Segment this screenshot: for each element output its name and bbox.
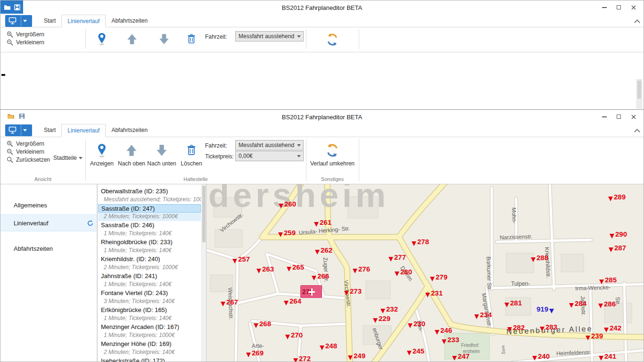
delete-stop-button[interactable]: Löschen — [178, 140, 205, 167]
maximize-button[interactable] — [611, 112, 626, 122]
minimize-button[interactable] — [597, 112, 611, 122]
move-up-button[interactable] — [124, 31, 140, 47]
map-stop-marker-247[interactable]: 247 — [452, 353, 470, 361]
reverse-route-button[interactable]: Verlauf umkehren — [307, 140, 358, 167]
close-button[interactable] — [626, 112, 641, 122]
app-menu-dropdown[interactable] — [21, 124, 29, 136]
zoom-out-button[interactable]: Verkleinern — [7, 148, 44, 155]
minimize-button[interactable] — [597, 2, 611, 12]
app-menu-dropdown[interactable] — [21, 15, 29, 27]
map-stop-marker-282[interactable]: 282 — [507, 324, 525, 332]
stop-list-item[interactable]: Sasstraße (ID: 246) — [98, 221, 201, 230]
stop-list-item-detail[interactable]: 1 Minute; Ticketpreis: 140€ — [98, 247, 201, 255]
scrollbar[interactable] — [636, 79, 642, 108]
map-stop-marker-249[interactable]: 249 — [348, 352, 365, 360]
stop-list-item[interactable]: Erlkönigbrücke (ID: 165) — [98, 306, 201, 314]
reverse-route-button[interactable] — [323, 30, 342, 49]
tab-abfahrtszeiten[interactable]: Abfahrtszeiten — [106, 15, 153, 27]
map-stop-marker-246[interactable]: 246 — [435, 327, 452, 335]
stop-list-item[interactable]: Fontane Viertel (ID: 243) — [98, 289, 201, 297]
titlebar[interactable]: BS2012 Fahrplaneditor BETA — [0, 0, 644, 15]
map-stop-marker-276[interactable]: 276 — [353, 265, 370, 273]
map-stop-marker-286[interactable]: 286 — [598, 300, 616, 308]
map-stop-marker-285[interactable]: 285 — [599, 276, 617, 284]
map-stop-marker-262[interactable]: 262 — [315, 247, 332, 255]
tab-start[interactable]: Start — [38, 124, 61, 137]
map-stop-marker-279[interactable]: 279 — [430, 273, 447, 281]
map-stop-marker-289[interactable]: 289 — [608, 193, 626, 201]
stop-list-item-detail[interactable]: 2 Minuten; Ticketpreis: 1000€ — [98, 263, 201, 272]
show-stop-button[interactable] — [95, 31, 109, 47]
map-stop-marker-288[interactable]: 288 — [531, 254, 548, 262]
stop-list-item[interactable]: Sasstraße (ID: 247) — [98, 204, 201, 213]
map-stop-marker-268[interactable]: 268 — [254, 320, 271, 328]
titlebar[interactable]: BS2012 Fahrplaneditor BETA — [0, 110, 644, 124]
stop-list-item[interactable]: Menzinger Höhe (ID: 169) — [98, 340, 201, 348]
map-stop-marker-267[interactable]: 267 — [221, 298, 238, 306]
zoom-reset-button[interactable]: Zurücksetzen — [7, 156, 50, 163]
scrollbar-thumb[interactable] — [637, 81, 641, 99]
stop-list-item-detail[interactable]: 1 Minute; Ticketpreis: 1000€ — [98, 331, 201, 340]
app-menu-button[interactable] — [5, 15, 32, 27]
map-stop-marker-231[interactable]: 231 — [425, 289, 443, 297]
map-stop-marker-277[interactable]: 277 — [388, 254, 406, 262]
stop-list-item-detail[interactable]: Messfahrt ausstehend; Ticketpreis: 1000€ — [98, 196, 201, 204]
selected-stop-highlight[interactable]: 271 — [300, 285, 322, 298]
stop-list-item-detail[interactable]: 1 Minute; Ticketpreis: 140€ — [98, 314, 201, 323]
move-down-button[interactable]: Nach unten — [147, 140, 176, 167]
map-stop-marker-242[interactable]: 242 — [604, 324, 621, 332]
stop-list-item[interactable]: Jahnstraße (ID: 241) — [98, 272, 201, 280]
stop-list-scrollbar[interactable] — [201, 184, 206, 362]
sidebar-item-linienverlauf[interactable]: Linienverlauf — [0, 214, 97, 231]
map-stop-marker-278[interactable]: 278 — [412, 238, 429, 246]
stop-list-item-detail[interactable]: 2 Minuten; Ticketpreis: 140€ — [98, 348, 201, 357]
stop-list-item[interactable]: Menzinger Arcaden (ID: 167) — [98, 323, 201, 331]
map-stop-marker-245[interactable]: 245 — [407, 347, 424, 355]
maximize-button[interactable] — [611, 2, 626, 12]
tab-linienverlauf[interactable]: Linienverlauf — [61, 124, 106, 137]
stop-list-item-detail[interactable]: 1 Minute; Ticketpreis: 140€ — [98, 280, 201, 289]
zoom-in-button[interactable]: Vergrößern — [7, 140, 44, 147]
stop-list-item[interactable]: Kriemhildstr. (ID: 240) — [98, 255, 201, 263]
map-stop-marker-272[interactable]: 272 — [293, 355, 311, 362]
fahrzeit-combobox[interactable]: Messfahrt ausstehend — [235, 31, 304, 41]
stop-list-item[interactable]: Oberwallstraße (ID: 235) — [98, 187, 201, 196]
map-stop-marker-281[interactable]: 281 — [504, 299, 522, 307]
map-stop-marker-259[interactable]: 259 — [278, 229, 296, 237]
map-stop-marker-287[interactable]: 287 — [609, 244, 626, 252]
map-stop-marker-240[interactable]: 240 — [532, 353, 550, 361]
scrollbar-thumb[interactable] — [202, 186, 206, 242]
app-menu-button[interactable] — [5, 124, 32, 136]
sidebar-item-allgemeines[interactable]: Allgemeines — [0, 197, 97, 214]
tab-start[interactable]: Start — [38, 15, 61, 27]
map-stop-marker-283[interactable]: 283 — [540, 323, 557, 331]
map-stop-marker-284[interactable]: 284 — [569, 300, 586, 308]
map-stop-marker-233[interactable]: 233 — [442, 336, 459, 344]
stop-list-item-detail[interactable]: 2 Minuten; Ticketpreis: 1000€ — [98, 213, 201, 221]
delete-stop-button[interactable] — [184, 31, 198, 47]
map-stop-marker-230[interactable]: 230 — [408, 320, 425, 328]
show-stop-button[interactable]: Anzeigen — [88, 140, 116, 167]
sidebar-item-abfahrtszeiten[interactable]: Abfahrtszeiten — [0, 240, 97, 257]
stop-list-item-detail[interactable]: 1 Minute; Ticketpreis: 140€ — [98, 230, 201, 238]
stop-list-item-detail[interactable]: 3 Minuten; Ticketpreis: 140€ — [98, 297, 201, 306]
zoom-out-button[interactable]: Verkleinern — [7, 39, 44, 46]
close-button[interactable] — [626, 2, 641, 12]
map-stop-marker-234[interactable]: 234 — [474, 311, 492, 319]
map-stop-marker-263[interactable]: 263 — [256, 265, 274, 273]
map-stop-marker-239[interactable]: 239 — [586, 332, 603, 340]
map-stop-marker-269[interactable]: 269 — [246, 349, 264, 357]
map-stop-marker-248[interactable]: 248 — [320, 342, 337, 350]
ticketpreis-input[interactable]: 0,00€ — [235, 151, 304, 161]
map-view[interactable]: dersheim Virchowstr.Ursula- Herking- Str… — [206, 184, 644, 362]
fahrzeit-combobox[interactable]: Messfahrt ausstehend — [235, 140, 304, 150]
map-stop-marker-229[interactable]: 229 — [373, 315, 390, 323]
map-stop-marker-919[interactable]: 919 — [537, 305, 554, 313]
map-stop-marker-280[interactable]: 280 — [395, 268, 412, 276]
map-stop-marker-260[interactable]: 260 — [279, 200, 296, 208]
map-stop-marker-257[interactable]: 257 — [232, 255, 250, 263]
collapse-ribbon-button[interactable] — [635, 129, 639, 132]
map-stop-marker-290[interactable]: 290 — [610, 230, 627, 239]
tab-abfahrtszeiten[interactable]: Abfahrtszeiten — [106, 124, 153, 137]
map-stop-marker-270[interactable]: 270 — [285, 331, 303, 339]
